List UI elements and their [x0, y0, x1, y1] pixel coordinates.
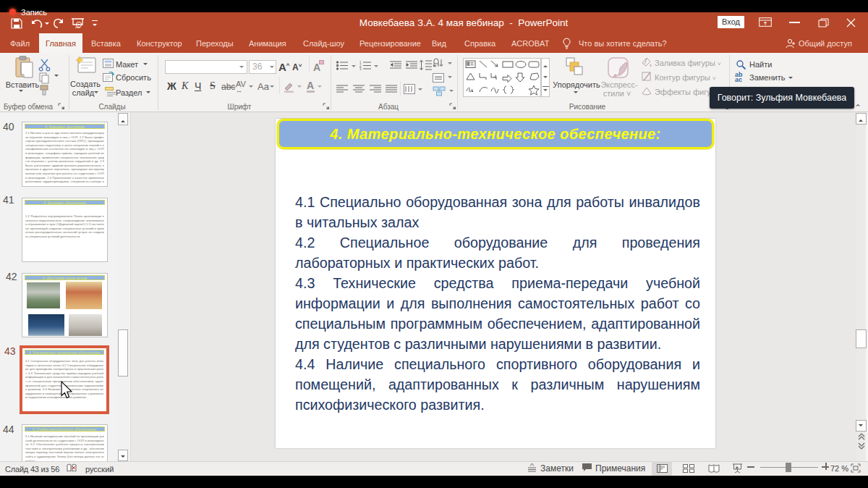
svg-text:3: 3 — [359, 67, 362, 70]
